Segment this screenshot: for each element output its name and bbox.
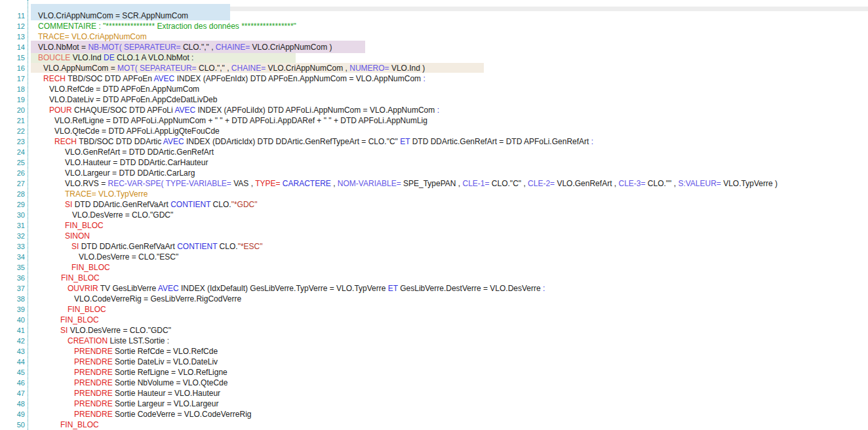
code-line[interactable]: 25VLO.Hauteur = DTD DDArtic.CarHauteur xyxy=(0,157,868,168)
code-text[interactable]: FIN_BLOC xyxy=(28,220,868,231)
code-line[interactable]: 24VLO.GenRefArt = DTD DDArtic.GenRefArt xyxy=(0,147,868,157)
code-line[interactable]: 48PRENDRE Sortie Largeur = VLO.Largeur xyxy=(0,399,868,409)
code-text[interactable]: VLO.DesVerre = CLO."ESC" xyxy=(28,252,868,262)
line-number: 39 xyxy=(0,304,28,315)
code-line[interactable]: 29SI DTD DDArtic.GenRefVaArt CONTIENT CL… xyxy=(0,199,868,210)
code-text[interactable]: RECH TBD/SOC DTD APFoEn AVEC INDEX (APFo… xyxy=(28,73,868,84)
code-line[interactable]: 39FIN_BLOC xyxy=(0,304,868,315)
code-line[interactable]: 33SI DTD DDArtic.GenRefVaArt CONTIENT CL… xyxy=(0,241,868,252)
code-line[interactable]: 14VLO.NbMot = NB-MOT( SEPARATEUR= CLO.",… xyxy=(0,42,868,52)
code-text[interactable]: VLO.AppNumCom = MOT( SEPARATEUR= CLO.","… xyxy=(28,63,868,73)
code-text[interactable]: VLO.RVS = REC-VAR-SPE( TYPE-VARIABLE= VA… xyxy=(28,178,868,189)
code-line[interactable]: 12COMMENTAIRE : "**************** Extrac… xyxy=(0,21,868,31)
code-text[interactable]: BOUCLE VLO.Ind DE CLO.1 A VLO.NbMot : xyxy=(28,52,868,63)
code-line[interactable]: 28TRACE= VLO.TypVerre xyxy=(0,189,868,199)
code-line[interactable]: 40FIN_BLOC xyxy=(0,315,868,325)
code-line[interactable]: 49PRENDRE Sortie CodeVerre = VLO.CodeVer… xyxy=(0,409,868,420)
code-text[interactable]: VLO.NbMot = NB-MOT( SEPARATEUR= CLO."," … xyxy=(28,42,868,52)
code-line[interactable]: 42CREATION Liste LST.Sortie : xyxy=(0,336,868,346)
code-line[interactable]: 43PRENDRE Sortie RefCde = VLO.RefCde xyxy=(0,346,868,357)
code-line[interactable]: 22VLO.QteCde = DTD APFoLi.AppLigQteFouCd… xyxy=(0,126,868,136)
code-line[interactable]: 11VLO.CriAppNumCom = SCR.AppNumCom xyxy=(0,10,868,21)
code-text[interactable]: POUR CHAQUE/SOC DTD APFoLi AVEC INDEX (A… xyxy=(28,105,868,115)
code-token: CHAINE= xyxy=(231,64,266,73)
code-token: Sortie DateLiv = VLO.DateLiv xyxy=(113,357,218,366)
code-line[interactable]: 19VLO.DateLiv = DTD APFoEn.AppCdeDatLivD… xyxy=(0,94,868,105)
code-token: PRENDRE xyxy=(74,389,113,398)
code-token: VLO.DateLiv = DTD APFoEn.AppCdeDatLivDeb xyxy=(49,95,217,104)
code-text[interactable]: VLO.CodeVerreRig = GesLibVerre.RigCodVer… xyxy=(28,294,868,304)
code-line[interactable]: 46PRENDRE Sortie NbVolume = VLO.QteCde xyxy=(0,378,868,388)
code-text[interactable]: VLO.RefCde = DTD APFoEn.AppNumCom xyxy=(28,84,868,94)
code-line[interactable]: 15BOUCLE VLO.Ind DE CLO.1 A VLO.NbMot : xyxy=(0,52,868,63)
code-token: VLO.RefLigne = DTD APFoLi.AppNumCom + " … xyxy=(54,116,427,125)
code-text[interactable]: FIN_BLOC xyxy=(28,304,868,315)
code-text[interactable]: FIN_BLOC xyxy=(28,315,868,325)
code-text[interactable]: TRACE= VLO.TypVerre xyxy=(28,189,868,199)
code-line[interactable]: 50FIN_BLOC xyxy=(0,420,868,430)
code-text[interactable]: VLO.GenRefArt = DTD DDArtic.GenRefArt xyxy=(28,147,868,157)
code-text[interactable]: SINON xyxy=(28,231,868,241)
code-text[interactable]: VLO.DesVerre = CLO."GDC" xyxy=(28,210,868,220)
code-line[interactable]: 18VLO.RefCde = DTD APFoEn.AppNumCom xyxy=(0,84,868,94)
code-text[interactable]: FIN_BLOC xyxy=(28,420,868,430)
code-token: TBD/SOC DTD DDArtic xyxy=(77,137,163,146)
code-text[interactable]: SI VLO.DesVerre = CLO."GDC" xyxy=(28,325,868,336)
code-line[interactable]: 17RECH TBD/SOC DTD APFoEn AVEC INDEX (AP… xyxy=(0,73,868,84)
code-text[interactable]: PRENDRE Sortie NbVolume = VLO.QteCde xyxy=(28,378,868,388)
code-text[interactable]: SI DTD DDArtic.GenRefVaArt CONTIENT CLO.… xyxy=(28,241,868,252)
code-line[interactable]: 13TRACE= VLO.CriAppNumCom xyxy=(0,31,868,42)
code-text[interactable]: TRACE= VLO.CriAppNumCom xyxy=(28,31,868,42)
code-line[interactable]: 31FIN_BLOC xyxy=(0,220,868,231)
code-line[interactable]: 20POUR CHAQUE/SOC DTD APFoLi AVEC INDEX … xyxy=(0,105,868,115)
code-line[interactable]: 45PRENDRE Sortie RefLigne = VLO.RefLigne xyxy=(0,367,868,378)
code-line[interactable]: 34VLO.DesVerre = CLO."ESC" xyxy=(0,252,868,262)
line-number: 11 xyxy=(0,10,28,21)
code-line[interactable]: 23RECH TBD/SOC DTD DDArtic AVEC INDEX (D… xyxy=(0,136,868,147)
code-token: Sortie RefLigne = VLO.RefLigne xyxy=(113,368,227,377)
code-token: BOUCLE xyxy=(38,53,70,62)
code-text[interactable]: VLO.Largeur = DTD DDArtic.CarLarg xyxy=(28,168,868,178)
code-token: CREATION xyxy=(68,336,108,345)
code-token: CLE-3= xyxy=(618,179,645,188)
code-line[interactable]: 44PRENDRE Sortie DateLiv = VLO.DateLiv xyxy=(0,357,868,367)
code-area[interactable]: 11VLO.CriAppNumCom = SCR.AppNumCom12COMM… xyxy=(0,10,868,430)
code-text[interactable]: PRENDRE Sortie Hauteur = VLO.Hauteur xyxy=(28,388,868,399)
code-text[interactable]: PRENDRE Sortie DateLiv = VLO.DateLiv xyxy=(28,357,868,367)
code-text[interactable]: PRENDRE Sortie Largeur = VLO.Largeur xyxy=(28,399,868,409)
code-text[interactable]: COMMENTAIRE : "**************** Extracti… xyxy=(28,21,868,31)
code-text[interactable]: VLO.RefLigne = DTD APFoLi.AppNumCom + " … xyxy=(28,115,868,126)
code-text[interactable]: VLO.CriAppNumCom = SCR.AppNumCom xyxy=(28,10,868,21)
code-text[interactable]: FIN_BLOC xyxy=(28,273,868,283)
code-text[interactable]: VLO.QteCde = DTD APFoLi.AppLigQteFouCde xyxy=(28,126,868,136)
code-token: REC-VAR-SPE( TYPE-VARIABLE= xyxy=(108,179,231,188)
code-token: FIN_BLOC xyxy=(61,273,100,283)
code-text[interactable]: OUVRIR TV GesLibVerre AVEC INDEX (IdxDef… xyxy=(28,283,868,294)
code-token: VLO.RefCde = DTD APFoEn.AppNumCom xyxy=(49,85,199,94)
code-line[interactable]: 30VLO.DesVerre = CLO."GDC" xyxy=(0,210,868,220)
code-text[interactable]: CREATION Liste LST.Sortie : xyxy=(28,336,868,346)
code-line[interactable]: 35FIN_BLOC xyxy=(0,262,868,273)
code-text[interactable]: VLO.Hauteur = DTD DDArtic.CarHauteur xyxy=(28,157,868,168)
code-text[interactable]: FIN_BLOC xyxy=(28,262,868,273)
code-token: FIN_BLOC xyxy=(68,305,106,314)
code-line[interactable]: 27VLO.RVS = REC-VAR-SPE( TYPE-VARIABLE= … xyxy=(0,178,868,189)
code-text[interactable]: SI DTD DDArtic.GenRefVaArt CONTIENT CLO.… xyxy=(28,199,868,210)
code-line[interactable]: 41SI VLO.DesVerre = CLO."GDC" xyxy=(0,325,868,336)
code-text[interactable]: RECH TBD/SOC DTD DDArtic AVEC INDEX (DDA… xyxy=(28,136,868,147)
code-token: RECH xyxy=(54,137,77,146)
code-line[interactable]: 21VLO.RefLigne = DTD APFoLi.AppNumCom + … xyxy=(0,115,868,126)
code-text[interactable]: VLO.DateLiv = DTD APFoEn.AppCdeDatLivDeb xyxy=(28,94,868,105)
code-token: MOT( SEPARATEUR= xyxy=(117,64,197,73)
code-line[interactable]: 47PRENDRE Sortie Hauteur = VLO.Hauteur xyxy=(0,388,868,399)
code-token: TRACE= VLO.CriAppNumCom xyxy=(38,32,147,41)
code-text[interactable]: PRENDRE Sortie CodeVerre = VLO.CodeVerre… xyxy=(28,409,868,420)
code-line[interactable]: 16VLO.AppNumCom = MOT( SEPARATEUR= CLO."… xyxy=(0,63,868,73)
code-text[interactable]: PRENDRE Sortie RefCde = VLO.RefCde xyxy=(28,346,868,357)
code-text[interactable]: PRENDRE Sortie RefLigne = VLO.RefLigne xyxy=(28,367,868,378)
code-line[interactable]: 36FIN_BLOC xyxy=(0,273,868,283)
code-line[interactable]: 26VLO.Largeur = DTD DDArtic.CarLarg xyxy=(0,168,868,178)
code-line[interactable]: 37OUVRIR TV GesLibVerre AVEC INDEX (IdxD… xyxy=(0,283,868,294)
code-line[interactable]: 38VLO.CodeVerreRig = GesLibVerre.RigCodV… xyxy=(0,294,868,304)
code-line[interactable]: 32SINON xyxy=(0,231,868,241)
